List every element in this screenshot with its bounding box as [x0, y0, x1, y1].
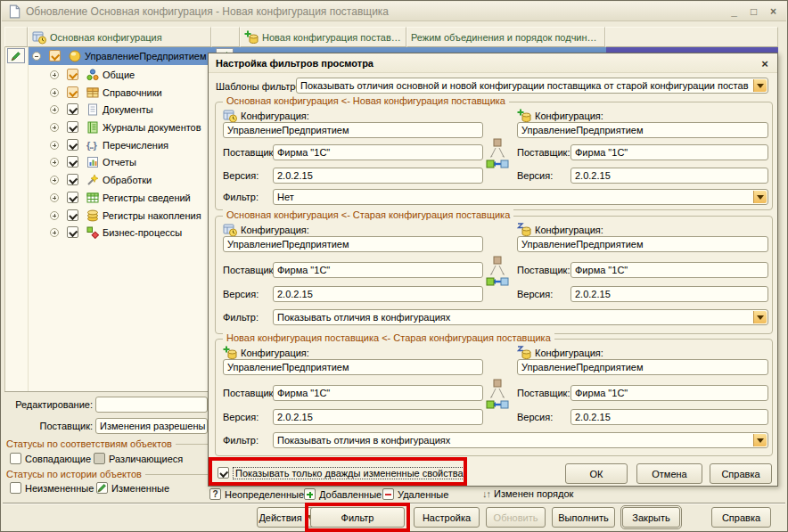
minus-icon	[382, 488, 394, 500]
column-status-2[interactable]	[211, 27, 240, 47]
vendor-field[interactable]: Фирма "1С"	[570, 144, 768, 160]
tree-root-row[interactable]: УправлениеПредприятием	[29, 47, 207, 64]
templates-label: Шаблоны фильтров:	[216, 81, 294, 92]
config-name-field[interactable]: УправлениеПредприятием	[223, 236, 483, 252]
expand-icon[interactable]	[50, 158, 59, 167]
twice-changed-checkbox[interactable]: Показывать только дважды измененные свой…	[218, 467, 465, 479]
column-new-vendor-config[interactable]: Новая конфигурация постав…	[240, 27, 406, 47]
help-button[interactable]: Справка	[711, 507, 771, 528]
close-button[interactable]: ×	[766, 4, 781, 18]
checkbox[interactable]	[218, 467, 229, 479]
expand-icon[interactable]	[50, 123, 59, 132]
matching-checkbox[interactable]: Совпадающие	[10, 453, 91, 464]
expand-icon[interactable]	[50, 193, 59, 202]
templates-combo[interactable]: Показывать отличия основной и новой конф…	[296, 78, 768, 94]
tree-item-reports[interactable]: Отчеты	[50, 153, 136, 170]
tree-item-accumulation-registers[interactable]: Регистры накопления	[50, 207, 201, 224]
legend-undefined: ? Неопределенные	[209, 488, 304, 500]
chevron-down-icon[interactable]	[753, 79, 767, 92]
root-checkbox[interactable]	[49, 50, 61, 61]
version-field[interactable]: 2.0.2.15	[273, 409, 483, 425]
filter-button[interactable]: Фильтр	[310, 507, 405, 528]
collapse-icon[interactable]	[32, 52, 41, 61]
tree-item-enums[interactable]: {..} Перечисления	[50, 136, 168, 153]
data-processors-icon	[86, 174, 99, 186]
vendor-field[interactable]: Фирма "1С"	[273, 262, 483, 278]
close-window-button[interactable]: Закрыть	[622, 507, 680, 528]
checkbox[interactable]	[94, 453, 105, 464]
editing-field[interactable]	[95, 397, 208, 413]
tree-item-documents[interactable]: Документы	[50, 101, 153, 118]
tree-item-document-journals[interactable]: Журналы документов	[50, 119, 201, 135]
tree-item-catalogs[interactable]: Справочники	[50, 84, 162, 101]
item-checkbox[interactable]	[67, 86, 78, 98]
item-checkbox[interactable]	[67, 121, 78, 133]
version-field[interactable]: 2.0.2.15	[273, 168, 483, 184]
column-extra[interactable]	[605, 27, 778, 47]
config-name-field[interactable]: УправлениеПредприятием	[223, 359, 483, 375]
item-checkbox[interactable]	[67, 156, 78, 168]
cancel-button[interactable]: Отмена	[636, 463, 702, 484]
expand-icon[interactable]	[50, 70, 59, 79]
item-checkbox[interactable]	[67, 139, 78, 151]
version-field[interactable]: 2.0.2.15	[570, 409, 768, 425]
vendor-lock-field[interactable]: Изменения разрешены	[95, 418, 208, 434]
vendor-field[interactable]: Фирма "1С"	[273, 385, 483, 401]
filter-combo[interactable]: Показывать отличия в конфигурациях	[273, 432, 768, 448]
changed-checkbox[interactable]: Измененные	[96, 482, 169, 494]
config-name-field[interactable]: УправлениеПредприятием	[517, 359, 768, 375]
refresh-button[interactable]: Обновить	[486, 507, 546, 528]
expand-icon[interactable]	[50, 176, 59, 184]
column-status-1[interactable]	[4, 27, 28, 47]
pencil-box-icon[interactable]	[96, 482, 108, 494]
main-config-icon	[223, 223, 237, 237]
vendor-field[interactable]: Фирма "1С"	[273, 144, 483, 160]
common-icon	[86, 69, 99, 81]
minimize-button[interactable]: _	[726, 4, 742, 18]
vendor-field[interactable]: Фирма "1С"	[570, 385, 768, 401]
item-checkbox[interactable]	[67, 209, 78, 221]
item-checkbox[interactable]	[67, 226, 78, 238]
version-field[interactable]: 2.0.2.15	[273, 286, 483, 302]
editing-label: Редактирование:	[4, 399, 93, 410]
tree-item-common[interactable]: Общие	[50, 66, 135, 83]
column-merge-mode[interactable]: Режим объединения и порядок подчин…	[406, 27, 605, 47]
tree-item-data-processors[interactable]: Обработки	[50, 171, 152, 188]
tree-item-information-registers[interactable]: Регистры сведений	[50, 189, 191, 206]
vendor-field[interactable]: Фирма "1С"	[570, 262, 768, 278]
expand-icon[interactable]	[50, 88, 59, 97]
chevron-down-icon[interactable]	[753, 434, 767, 446]
reports-icon	[86, 156, 99, 168]
chevron-down-icon[interactable]	[753, 191, 767, 203]
item-checkbox[interactable]	[67, 103, 78, 115]
filter-combo[interactable]: Нет	[273, 189, 768, 205]
tree-item-business-processes[interactable]: Бизнес-процессы	[50, 224, 182, 241]
expand-icon[interactable]	[50, 141, 59, 150]
expand-icon[interactable]	[50, 105, 59, 114]
chevron-down-icon[interactable]	[753, 311, 767, 323]
checkbox[interactable]	[10, 453, 21, 464]
ok-button[interactable]: ОК	[565, 463, 628, 484]
item-checkbox[interactable]	[67, 174, 78, 185]
dialog-help-button[interactable]: Справка	[710, 463, 772, 484]
version-field[interactable]: 2.0.2.15	[570, 168, 768, 184]
unchanged-checkbox[interactable]: Неизмененные	[10, 482, 94, 494]
differing-checkbox[interactable]: Различающиеся	[94, 453, 183, 464]
maximize-button[interactable]: □	[746, 4, 761, 18]
item-checkbox[interactable]	[67, 69, 78, 80]
actions-button[interactable]: Действия	[257, 507, 316, 528]
version-field[interactable]: 2.0.2.15	[570, 286, 768, 302]
item-checkbox[interactable]	[67, 192, 78, 203]
config-name-field[interactable]: УправлениеПредприятием	[223, 122, 483, 138]
execute-button[interactable]: Выполнить	[552, 507, 615, 528]
config-name-field[interactable]: УправлениеПредприятием	[517, 122, 768, 138]
app-window: Обновление Основная конфигурация - Новая…	[0, 0, 788, 532]
dialog-close-button[interactable]: ×	[758, 56, 772, 70]
expand-icon[interactable]	[50, 228, 59, 237]
settings-button[interactable]: Настройка	[414, 507, 480, 528]
checkbox[interactable]	[10, 482, 21, 494]
filter-combo[interactable]: Показывать отличия в конфигурациях	[273, 309, 768, 325]
expand-icon[interactable]	[50, 211, 59, 220]
config-name-field[interactable]: УправлениеПредприятием	[517, 236, 768, 252]
column-main-config[interactable]: Основная конфигурация	[28, 27, 211, 47]
